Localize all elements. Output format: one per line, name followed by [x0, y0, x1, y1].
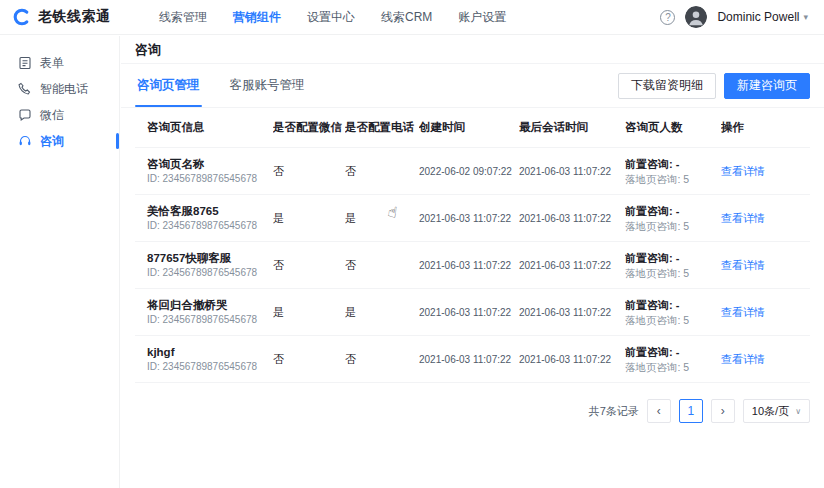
pre-consult-count: 前置咨询: - — [625, 298, 713, 313]
top-header: 老铁线索通 线索管理 营销组件 设置中心 线索CRM 账户设置 ? Domini… — [0, 0, 824, 35]
sidebar-item-wechat[interactable]: 微信 — [0, 102, 119, 128]
page-size-select[interactable]: 10条/页 ∨ — [743, 399, 810, 423]
pagination-page-1-button[interactable]: 1 — [679, 399, 703, 423]
consult-page-name: 美恰客服8765 — [147, 204, 265, 219]
column-header-actions: 操作 — [721, 120, 810, 135]
table-row: 877657快聊客服 ID: 23456789876545678 否 否 202… — [135, 242, 810, 289]
wechat-configured-value: 否 — [273, 164, 345, 179]
last-session-time-value: 2021-06-03 11:07:22 — [519, 354, 625, 365]
landing-consult-count: 落地页咨询: 5 — [625, 172, 713, 186]
toolbar: 咨询页管理 客服账号管理 下载留资明细 新建咨询页 — [121, 64, 824, 108]
created-time-value: 2021-06-03 11:07:22 — [419, 260, 519, 271]
consult-page-name: 咨询页名称 — [147, 157, 265, 172]
table-row: kjhgf ID: 23456789876545678 否 否 2021-06-… — [135, 336, 810, 383]
table-row: 将回归合撤桥哭 ID: 23456789876545678 是 是 2021-0… — [135, 289, 810, 336]
pre-consult-count: 前置咨询: - — [625, 251, 713, 266]
logo-icon — [12, 7, 32, 27]
last-session-time-value: 2021-06-03 11:07:22 — [519, 213, 625, 224]
landing-consult-count: 落地页咨询: 5 — [625, 266, 713, 280]
column-header-visitor-count: 咨询页人数 — [625, 120, 721, 135]
view-details-link[interactable]: 查看详情 — [721, 165, 765, 177]
sidebar-item-consult[interactable]: 咨询 — [0, 128, 119, 154]
tab-consult-page-management[interactable]: 咨询页管理 — [135, 64, 202, 107]
wechat-configured-value: 是 — [273, 305, 345, 320]
column-header-phone-configured: 是否配置电话 — [345, 120, 419, 135]
page-size-value: 10条/页 — [752, 404, 789, 419]
phone-configured-value: 否 — [345, 164, 419, 179]
consult-page-id: ID: 23456789876545678 — [147, 360, 265, 374]
view-details-link[interactable]: 查看详情 — [721, 353, 765, 365]
user-name: Dominic Powell — [717, 10, 799, 24]
user-menu[interactable]: Dominic Powell ▾ — [717, 10, 808, 24]
phone-configured-value: 是 — [345, 305, 419, 320]
chevron-down-icon: ∨ — [795, 407, 801, 416]
created-time-value: 2021-06-03 11:07:22 — [419, 307, 519, 318]
wechat-configured-value: 是 — [273, 211, 345, 226]
pre-consult-count: 前置咨询: - — [625, 345, 713, 360]
consult-page-name: kjhgf — [147, 345, 265, 360]
consult-page-name: 将回归合撤桥哭 — [147, 298, 265, 313]
nav-item-settings-center[interactable]: 设置中心 — [294, 0, 368, 34]
wechat-icon — [18, 108, 32, 122]
consult-page-id: ID: 23456789876545678 — [147, 172, 265, 186]
last-session-time-value: 2021-06-03 11:07:22 — [519, 166, 625, 177]
landing-consult-count: 落地页咨询: 5 — [625, 360, 713, 374]
view-details-link[interactable]: 查看详情 — [721, 306, 765, 318]
form-icon — [18, 56, 32, 70]
sidebar-item-label: 咨询 — [40, 133, 64, 150]
top-nav: 线索管理 营销组件 设置中心 线索CRM 账户设置 — [146, 0, 660, 34]
phone-configured-value: 否 — [345, 352, 419, 367]
created-time-value: 2021-06-03 11:07:22 — [419, 213, 519, 224]
table-row: 美恰客服8765 ID: 23456789876545678 是 是 2021-… — [135, 195, 810, 242]
view-details-link[interactable]: 查看详情 — [721, 259, 765, 271]
landing-consult-count: 落地页咨询: 5 — [625, 313, 713, 327]
table-header: 咨询页信息 是否配置微信 是否配置电话 创建时间 最后会话时间 咨询页人数 操作 — [135, 108, 810, 148]
sidebar-item-form[interactable]: 表单 — [0, 50, 119, 76]
wechat-configured-value: 否 — [273, 258, 345, 273]
consult-page-name: 877657快聊客服 — [147, 251, 265, 266]
topbar-right: ? Dominic Powell ▾ — [660, 6, 808, 28]
logo-text: 老铁线索通 — [38, 8, 111, 26]
avatar-image — [685, 6, 707, 28]
consult-icon — [18, 134, 32, 148]
download-lead-details-button[interactable]: 下载留资明细 — [618, 73, 716, 99]
sidebar-item-label: 微信 — [40, 107, 64, 124]
chevron-down-icon: ▾ — [803, 12, 808, 22]
pre-consult-count: 前置咨询: - — [625, 204, 713, 219]
logo[interactable]: 老铁线索通 — [12, 7, 146, 27]
sidebar: 表单 智能电话 微信 咨询 — [0, 36, 120, 488]
sidebar-item-smart-phone[interactable]: 智能电话 — [0, 76, 119, 102]
created-time-value: 2022-06-02 09:07:22 — [419, 166, 519, 177]
pagination-prev-button[interactable]: ‹ — [647, 399, 671, 423]
view-details-link[interactable]: 查看详情 — [721, 212, 765, 224]
last-session-time-value: 2021-06-03 11:07:22 — [519, 260, 625, 271]
pagination-next-button[interactable]: › — [711, 399, 735, 423]
phone-configured-value: 是 — [345, 211, 419, 226]
column-header-created-time: 创建时间 — [419, 120, 519, 135]
nav-item-lead-crm[interactable]: 线索CRM — [368, 0, 445, 34]
sidebar-item-label: 表单 — [40, 55, 64, 72]
main-content: 咨询 咨询页管理 客服账号管理 下载留资明细 新建咨询页 咨询页信息 是否配置微… — [121, 36, 824, 488]
pagination: 共7条记录 ‹ 1 › 10条/页 ∨ — [121, 399, 810, 423]
tab-service-account-management[interactable]: 客服账号管理 — [228, 64, 307, 107]
consult-page-id: ID: 23456789876545678 — [147, 313, 265, 327]
column-header-page-info: 咨询页信息 — [135, 120, 273, 135]
wechat-configured-value: 否 — [273, 352, 345, 367]
consult-pages-table: 咨询页信息 是否配置微信 是否配置电话 创建时间 最后会话时间 咨询页人数 操作… — [135, 108, 810, 383]
consult-page-id: ID: 23456789876545678 — [147, 219, 265, 233]
nav-item-account-settings[interactable]: 账户设置 — [445, 0, 519, 34]
pre-consult-count: 前置咨询: - — [625, 157, 713, 172]
table-row: 咨询页名称 ID: 23456789876545678 否 否 2022-06-… — [135, 148, 810, 195]
created-time-value: 2021-06-03 11:07:22 — [419, 354, 519, 365]
consult-page-id: ID: 23456789876545678 — [147, 266, 265, 280]
help-icon[interactable]: ? — [660, 10, 675, 25]
tabs: 咨询页管理 客服账号管理 — [135, 64, 307, 107]
page-title: 咨询 — [135, 41, 161, 59]
phone-configured-value: 否 — [345, 258, 419, 273]
nav-item-marketing-components[interactable]: 营销组件 — [220, 0, 294, 34]
page-title-row: 咨询 — [121, 36, 824, 64]
sidebar-item-label: 智能电话 — [40, 81, 88, 98]
avatar[interactable] — [685, 6, 707, 28]
nav-item-lead-management[interactable]: 线索管理 — [146, 0, 220, 34]
create-consult-page-button[interactable]: 新建咨询页 — [724, 73, 810, 99]
